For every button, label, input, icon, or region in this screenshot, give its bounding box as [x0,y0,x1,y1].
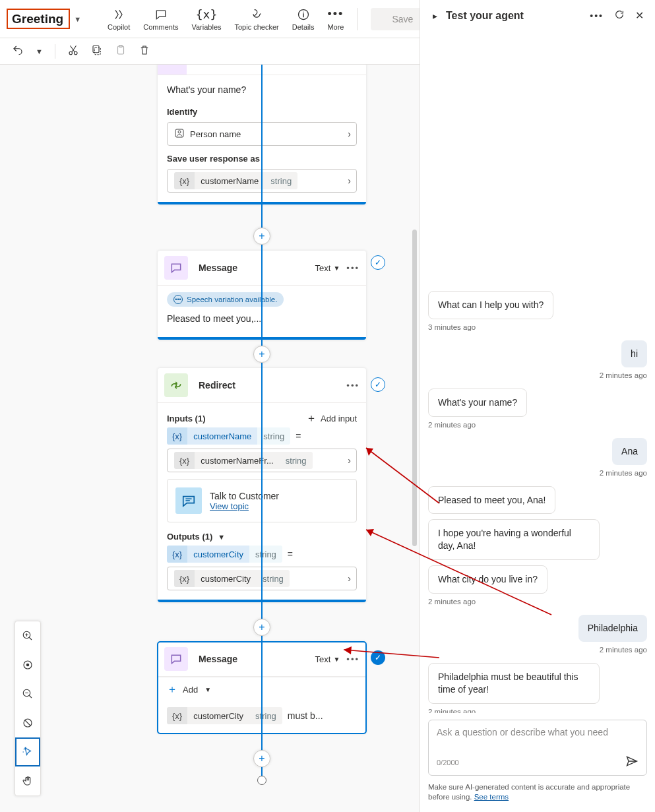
equals-icon: = [294,431,302,441]
variable-icon: {x} [174,452,195,469]
topic-checker-icon [250,7,263,22]
panel-more-icon[interactable]: ••• [588,11,606,21]
pan-tool-button[interactable] [15,766,40,796]
chat-input[interactable]: Ask a question or describe what you need… [428,720,647,776]
topic-checker-button[interactable]: Topic checker [228,7,286,31]
chat-bubble: What can I help you with? [428,291,553,319]
topic-checker-label: Topic checker [235,23,279,31]
chat-message-bot: What city do you live in?2 minutes ago [428,565,647,606]
chat-timestamp: 3 minutes ago [428,323,476,331]
paste-button[interactable] [115,44,127,59]
chat-bubble: What's your name? [428,389,527,417]
chevron-right-icon: › [348,175,351,186]
chat-bubble: What city do you live in? [428,565,547,594]
node-more-icon[interactable]: ••• [346,654,359,664]
node-check-icon: ✓ [371,255,385,270]
input-source-type: string [280,452,313,469]
chevron-down-icon: ▼ [204,686,211,693]
sub-divider [55,44,55,59]
see-terms-link[interactable]: See terms [474,793,509,801]
plus-icon: ＋ [167,683,177,697]
message-title: Message [195,654,309,664]
cut-button[interactable] [67,44,79,59]
comments-button[interactable]: Comments [137,7,185,31]
copilot-button[interactable]: Copilot [101,7,137,31]
panel-collapse-icon[interactable]: ▸ [431,11,439,21]
more-icon: ••• [327,7,344,22]
add-input-button[interactable]: ＋ Add input [306,412,357,425]
authoring-canvas[interactable]: What's your name? Identify Person name ›… [0,65,420,812]
variables-button[interactable]: {x} Variables [185,7,228,31]
variables-label: Variables [191,23,221,31]
test-panel-title: Test your agent [446,10,581,22]
char-counter: 0/2000 [437,759,459,766]
output-var-name: customerCity [187,546,249,563]
details-icon [297,7,310,22]
message-mode-dropdown[interactable]: Text▼ [315,654,340,664]
output-source-name: customerCity [195,570,257,587]
node-more-icon[interactable]: ••• [346,381,359,390]
node-check-icon: ✓ [371,650,385,665]
chat-transcript[interactable]: What can I help you with?3 minutes agohi… [420,31,655,713]
chat-bubble: I hope you're having a wonderful day, An… [428,519,600,560]
view-topic-link[interactable]: View topic [210,501,249,511]
chat-message-bot: I hope you're having a wonderful day, An… [428,519,647,560]
speech-variation-badge[interactable]: ••• Speech variation available. [167,292,284,307]
more-button[interactable]: ••• More [321,7,350,31]
undo-chevron-icon[interactable]: ▼ [36,47,43,55]
node-check-icon: ✓ [371,377,385,392]
canvas-view-controls [15,621,41,796]
chat-placeholder: Ask a question or describe what you need [437,727,639,752]
svg-rect-3 [94,47,100,55]
undo-button[interactable] [12,44,24,59]
reset-view-button[interactable] [15,708,40,737]
equals-icon: = [286,549,294,559]
plus-icon: ＋ [306,412,317,425]
select-tool-button[interactable] [15,737,40,766]
node-more-icon[interactable]: ••• [346,263,359,273]
output-var-type: string [249,546,282,563]
topic-title[interactable]: Greeting [7,9,70,29]
topic-title-chevron-icon[interactable]: ▼ [74,15,81,23]
redirect-title: Redirect [195,380,340,390]
msg2-var-type: string [249,707,282,724]
message-mode-dropdown[interactable]: Text▼ [315,263,340,273]
variable-icon: {x} [167,427,187,445]
svg-point-11 [26,664,30,667]
add-node-button[interactable]: + [253,750,270,767]
chevron-right-icon: › [348,455,351,466]
copilot-label: Copilot [108,23,130,31]
variable-name: customerName [195,172,265,189]
speech-icon: ••• [173,295,183,304]
add-node-button[interactable]: + [253,619,270,636]
variable-icon: {x} [174,172,195,189]
add-node-button[interactable]: + [253,228,270,245]
identify-value: Person name [190,129,241,139]
details-label: Details [292,23,315,31]
zoom-in-button[interactable] [15,621,40,650]
chat-message-user: Ana2 minutes ago [428,438,647,477]
chat-bubble: Philadelphia [578,615,647,642]
delete-button[interactable] [139,44,150,59]
toolbar-divider [357,8,358,30]
refresh-icon[interactable] [612,9,627,22]
variable-icon: {x} [167,707,187,724]
zoom-out-button[interactable] [15,679,40,708]
msg2-text-suffix[interactable]: must b... [288,710,323,721]
chat-timestamp: 2 minutes ago [600,469,647,477]
comments-label: Comments [143,23,178,31]
chevron-right-icon: › [348,573,351,584]
message-title: Message [195,263,309,273]
send-icon[interactable] [625,755,639,771]
outputs-label: Outputs (1) [167,532,212,542]
canvas-scrollbar[interactable] [412,230,417,546]
chat-message-user: Philadelphia2 minutes ago [428,615,647,654]
add-node-button[interactable]: + [253,346,270,363]
fit-to-screen-button[interactable] [15,650,40,679]
close-icon[interactable]: ✕ [633,9,646,22]
comments-icon [154,7,168,22]
copy-button[interactable] [91,44,103,59]
outputs-chevron-icon[interactable]: ▼ [218,533,225,541]
details-button[interactable]: Details [286,7,321,31]
input-source-name: customerNameFr... [195,452,280,469]
